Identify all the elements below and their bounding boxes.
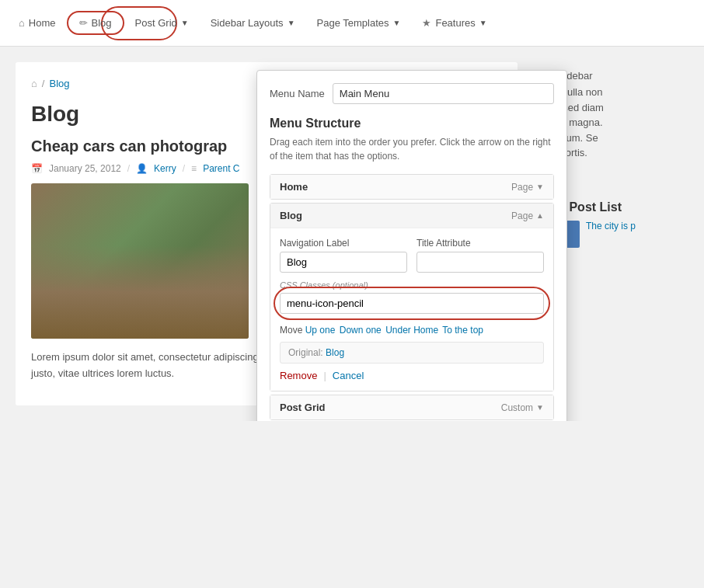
calendar-icon: 📅: [31, 163, 43, 174]
nav-sidebar-label: Sidebar Layouts: [211, 17, 284, 29]
blog-item-arrow: ▲: [536, 211, 544, 220]
post-grid-arrow: ▼: [181, 19, 189, 27]
nav-features[interactable]: ★ Features ▼: [411, 11, 497, 35]
menu-item-post-grid-name: Post Grid: [280, 402, 326, 413]
nav-page-templates[interactable]: Page Templates ▼: [306, 11, 412, 35]
move-up-one[interactable]: Up one: [305, 325, 336, 336]
action-separator: |: [323, 370, 326, 381]
nav-page-templates-label: Page Templates: [317, 17, 389, 29]
post-author[interactable]: Kerry: [154, 163, 176, 174]
remove-link[interactable]: Remove: [280, 370, 317, 381]
menu-item-blog-type: Page ▲: [511, 210, 544, 221]
menu-name-row: Menu Name: [270, 83, 554, 104]
menu-item-post-grid-type: Custom ▼: [501, 402, 544, 413]
category-icon: ≡: [191, 163, 197, 174]
title-attr-label: Title Attribute: [416, 238, 544, 249]
sidebar-post-text: The city is p: [586, 221, 636, 231]
nav-label-label: Navigation Label: [280, 238, 407, 249]
page-wrapper: ⌂ / Blog Blog Cheap cars can photograp 📅…: [0, 47, 704, 421]
move-down-one[interactable]: Down one: [340, 325, 382, 336]
pencil-icon: ✏: [79, 17, 88, 29]
post-grid-item-arrow: ▼: [536, 403, 544, 412]
move-under-home[interactable]: Under Home: [385, 325, 438, 336]
menu-modal: Menu Name Menu Structure Drag each item …: [256, 70, 567, 421]
css-input-wrapper: [280, 293, 544, 314]
breadcrumb-current[interactable]: Blog: [49, 78, 69, 89]
original-row: Original: Blog: [280, 342, 544, 364]
menu-item-blog-header[interactable]: Blog Page ▲: [270, 204, 553, 228]
original-link[interactable]: Blog: [326, 347, 344, 358]
menu-item-blog-name: Blog: [280, 210, 302, 221]
move-row: Move Up one Down one Under Home To the t…: [280, 325, 544, 336]
css-classes-label: CSS Classes (optional): [280, 280, 544, 290]
cancel-link[interactable]: Cancel: [333, 370, 364, 381]
page-templates-arrow: ▼: [393, 19, 401, 27]
original-label: Original:: [288, 347, 323, 358]
menu-item-blog-body: Navigation Label Title Attribute CSS Cla…: [270, 228, 553, 391]
menu-item-post-grid: Post Grid Custom ▼: [270, 395, 554, 420]
title-attr-group: Title Attribute: [416, 238, 544, 273]
nav-post-grid-label: Post Grid: [135, 17, 177, 29]
menu-item-home: Home Page ▼: [270, 174, 554, 200]
nav-post-grid[interactable]: Post Grid ▼: [124, 11, 200, 35]
menu-item-home-name: Home: [280, 181, 308, 193]
menu-item-home-type: Page ▼: [511, 182, 544, 193]
menu-name-label: Menu Name: [270, 88, 325, 99]
nav-blog[interactable]: ✏ Blog: [67, 11, 124, 35]
menu-structure-title: Menu Structure: [270, 117, 554, 130]
post-image: [31, 183, 249, 339]
nav-blog-label: Blog: [92, 17, 112, 29]
nav-label-input[interactable]: [280, 252, 407, 273]
meta-sep1: /: [127, 163, 130, 174]
nav-sidebar-layouts[interactable]: Sidebar Layouts ▼: [200, 11, 306, 35]
move-to-top[interactable]: To the top: [442, 325, 483, 336]
sidebar-arrow: ▼: [288, 19, 295, 27]
form-row-labels: Navigation Label Title Attribute: [280, 238, 544, 273]
menu-structure-desc: Drag each item into the order you prefer…: [270, 135, 554, 163]
menu-item-home-header[interactable]: Home Page ▼: [270, 175, 553, 199]
menu-name-input[interactable]: [333, 83, 554, 104]
post-date: January 25, 2012: [49, 163, 121, 174]
top-nav: ⌂ Home ✏ Blog Post Grid ▼ Sidebar Layout…: [0, 0, 704, 47]
menu-item-blog: Blog Page ▲ Navigation Label Ti: [270, 203, 554, 391]
star-icon: ★: [422, 17, 431, 29]
css-classes-input[interactable]: [280, 293, 544, 314]
breadcrumb-separator: /: [42, 78, 45, 89]
nav-home-label: Home: [29, 17, 56, 29]
author-icon: 👤: [136, 163, 148, 174]
move-label: Move: [280, 325, 302, 336]
home-icon: ⌂: [19, 17, 25, 29]
title-attr-input[interactable]: [416, 252, 544, 273]
post-category[interactable]: Parent C: [203, 163, 239, 174]
features-arrow: ▼: [479, 19, 487, 27]
action-row: Remove | Cancel: [280, 370, 544, 381]
home-item-arrow: ▼: [536, 183, 544, 191]
nav-home[interactable]: ⌂ Home: [8, 11, 67, 35]
nav-label-group: Navigation Label: [280, 238, 407, 273]
meta-sep2: /: [183, 163, 185, 174]
menu-item-post-grid-header[interactable]: Post Grid Custom ▼: [270, 395, 553, 419]
breadcrumb-home-icon: ⌂: [31, 78, 37, 89]
css-classes-group: CSS Classes (optional): [280, 280, 544, 314]
nav-features-label: Features: [435, 17, 475, 29]
